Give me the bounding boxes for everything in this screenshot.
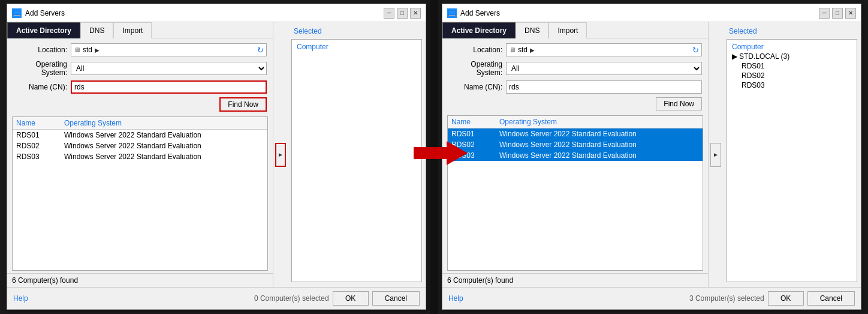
maximize-button-1[interactable]: □ [397, 8, 408, 19]
svg-marker-3 [414, 141, 468, 165]
result-row[interactable]: RDS01 Windows Server 2022 Standard Evalu… [448, 128, 703, 139]
close-button-2[interactable]: ✕ [845, 8, 856, 19]
location-input-1[interactable]: 🖥 std ▶ ↻ [71, 43, 267, 56]
cell-name: RDS02 [16, 142, 64, 150]
ok-button-2[interactable]: OK [768, 291, 804, 306]
left-panel-2: Active Directory DNS Import Location: 🖥 … [442, 22, 709, 287]
selected-status-2: 3 Computer(s) selected [689, 294, 764, 303]
cell-os: Windows Server 2022 Standard Evaluation [499, 140, 699, 149]
col-name-header-1: Name [16, 119, 64, 127]
cell-os: Windows Server 2022 Standard Evaluation [499, 130, 699, 138]
server-icon-1: 🖥 [74, 46, 80, 53]
results-table-2: Name Operating System RDS01 Windows Serv… [447, 115, 703, 271]
svg-rect-2 [14, 15, 20, 16]
title-bar-left-2: Add Servers [447, 8, 500, 18]
maximize-button-2[interactable]: □ [832, 8, 843, 19]
help-link-2[interactable]: Help [448, 294, 463, 303]
help-link-1[interactable]: Help [13, 294, 28, 303]
dialog-icon-2 [447, 8, 457, 18]
selected-item: RDS01 [730, 61, 854, 71]
title-bar-1: Add Servers ─ □ ✕ [7, 4, 426, 22]
selected-item: RDS03 [730, 80, 854, 90]
selected-computer-header-1: Computer [294, 42, 419, 52]
find-now-button-1[interactable]: Find Now [219, 97, 267, 112]
right-panel-2: Selected Computer ▶ STD.LOCAL (3) RDS01 … [723, 22, 861, 287]
refresh-icon-1[interactable]: ↻ [257, 46, 264, 55]
find-row-2: Find Now [448, 97, 702, 110]
cell-os: Windows Server 2022 Standard Evaluation [64, 152, 264, 161]
selected-status-1: 0 Computer(s) selected [254, 294, 329, 303]
result-row[interactable]: RDS03 Windows Server 2022 Standard Evalu… [448, 150, 703, 161]
results-header-1: Name Operating System [13, 117, 267, 130]
refresh-icon-2[interactable]: ↻ [692, 46, 699, 55]
result-row[interactable]: RDS03 Windows Server 2022 Standard Evalu… [13, 151, 267, 162]
location-input-2[interactable]: 🖥 std ▶ ↻ [506, 43, 702, 56]
location-row-2: Location: 🖥 std ▶ ↻ [448, 43, 702, 56]
big-red-arrow [414, 138, 468, 170]
cancel-button-2[interactable]: Cancel [807, 291, 855, 306]
os-select-2[interactable]: All [506, 62, 702, 75]
cell-os: Windows Server 2022 Standard Evaluation [64, 142, 264, 150]
location-row-1: Location: 🖥 std ▶ ↻ [13, 43, 267, 56]
name-input-2[interactable] [506, 80, 702, 94]
minimize-button-1[interactable]: ─ [384, 8, 394, 19]
footer-1: Help 0 Computer(s) selected OK Cancel [7, 287, 426, 309]
cancel-button-1[interactable]: Cancel [372, 291, 420, 306]
arrow-area-2: ► [709, 22, 723, 287]
title-controls-1: ─ □ ✕ [384, 8, 421, 19]
cell-os: Windows Server 2022 Standard Evaluation [499, 151, 699, 160]
close-button-1[interactable]: ✕ [410, 8, 421, 19]
footer-2: Help 3 Computer(s) selected OK Cancel [442, 287, 861, 309]
minimize-button-2[interactable]: ─ [819, 8, 830, 19]
os-row-2: Operating System: All [448, 60, 702, 77]
svg-rect-6 [449, 15, 455, 16]
results-table-1: Name Operating System RDS01 Windows Serv… [12, 116, 268, 271]
results-body-1: RDS01 Windows Server 2022 Standard Evalu… [13, 130, 267, 270]
dialog-content-1: Active Directory DNS Import Location: 🖥 … [7, 22, 426, 287]
os-select-1[interactable]: All [71, 62, 267, 75]
location-value-1: std [83, 46, 92, 54]
title-controls-2: ─ □ ✕ [819, 8, 856, 19]
form-area-2: Location: 🖥 std ▶ ↻ Operating System: Al… [442, 38, 708, 115]
ok-button-1[interactable]: OK [333, 291, 369, 306]
tab-dns-1[interactable]: DNS [80, 22, 113, 38]
tab-dns-2[interactable]: DNS [516, 22, 548, 38]
right-panel-1: Selected Computer [288, 22, 426, 287]
add-button-1[interactable]: ► [275, 143, 286, 167]
arrow-right-icon-1: ► [278, 151, 284, 158]
tab-active-directory-2[interactable]: Active Directory [442, 22, 516, 38]
cell-name: RDS01 [451, 130, 499, 138]
tab-import-1[interactable]: Import [113, 22, 152, 38]
tab-active-directory-1[interactable]: Active Directory [7, 22, 80, 38]
server-icon-2: 🖥 [509, 46, 516, 53]
result-row[interactable]: RDS02 Windows Server 2022 Standard Evalu… [13, 140, 267, 151]
add-button-2[interactable]: ► [710, 143, 721, 167]
dialog-title-2: Add Servers [460, 9, 500, 17]
title-bar-2: Add Servers ─ □ ✕ [442, 4, 861, 22]
col-os-header-2: Operating System [499, 118, 699, 126]
selected-group-header-2: ▶ STD.LOCAL (3) [730, 52, 854, 61]
result-row[interactable]: RDS02 Windows Server 2022 Standard Evalu… [448, 139, 703, 150]
result-row[interactable]: RDS01 Windows Server 2022 Standard Evalu… [13, 130, 267, 140]
find-row-1: Find Now [13, 97, 267, 112]
cell-os: Windows Server 2022 Standard Evaluation [64, 131, 264, 139]
location-label-2: Location: [448, 46, 502, 54]
find-now-button-2[interactable]: Find Now [656, 97, 702, 110]
form-area-1: Location: 🖥 std ▶ ↻ Operating System: Al… [7, 38, 273, 116]
title-bar-left: Add Servers [12, 8, 65, 18]
add-servers-dialog-2: Add Servers ─ □ ✕ Active Directory DNS I… [442, 4, 861, 310]
status-bar-1: 6 Computer(s) found [7, 273, 273, 287]
os-row-1: Operating System: All [13, 60, 267, 77]
tabs-2: Active Directory DNS Import [442, 22, 708, 38]
selected-label-2: Selected [729, 27, 857, 35]
selected-computer-header-2: Computer [730, 42, 854, 52]
name-input-1[interactable]: rds [71, 80, 267, 94]
location-value-2: std [518, 46, 528, 54]
arrow-area-1: ► [273, 22, 288, 287]
os-label-2: Operating System: [448, 60, 502, 77]
cell-name: RDS03 [16, 152, 64, 161]
tab-import-2[interactable]: Import [548, 22, 587, 38]
dialog-title-1: Add Servers [25, 9, 65, 17]
add-servers-dialog-1: Add Servers ─ □ ✕ Active Directory DNS I… [7, 4, 426, 310]
svg-rect-0 [13, 10, 20, 15]
